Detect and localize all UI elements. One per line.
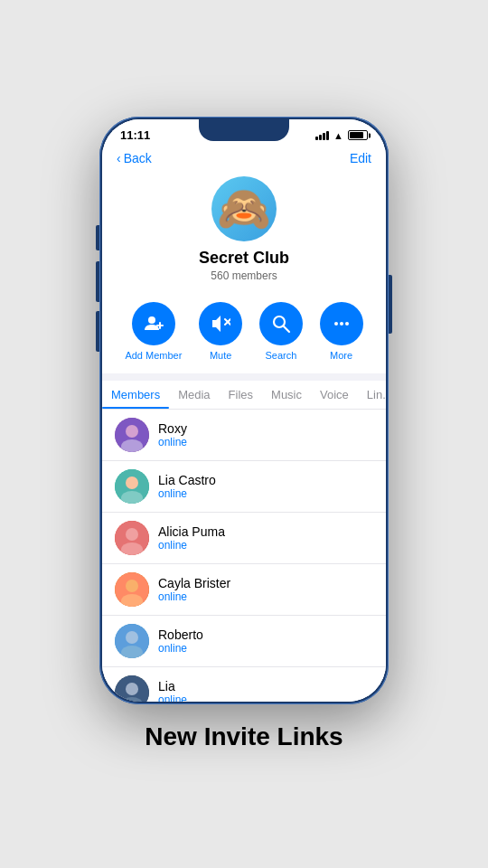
member-info: Roxy online: [158, 421, 187, 448]
member-status: online: [158, 436, 187, 448]
svg-point-23: [126, 631, 138, 644]
tabs-bar: Members Media Files Music Voice Lin...: [102, 381, 386, 410]
mute-label: Mute: [210, 350, 231, 361]
nav-bar: ‹ Back Edit: [102, 146, 386, 169]
action-buttons: Add Member Mute: [102, 293, 386, 373]
member-info: Alicia Puma online: [158, 524, 225, 552]
svg-point-7: [334, 322, 338, 326]
member-status: online: [158, 693, 187, 702]
avatar: [115, 469, 149, 504]
group-info: 🙈 Secret Club 560 members: [102, 169, 386, 293]
add-member-button[interactable]: Add Member: [125, 302, 182, 361]
group-name: Secret Club: [199, 249, 289, 268]
tab-files[interactable]: Files: [220, 381, 262, 409]
page-wrapper: 11:11 ▲ ‹ Ba: [0, 0, 488, 868]
svg-point-17: [126, 528, 138, 541]
member-item[interactable]: Roberto online: [102, 616, 386, 667]
power-button: [389, 275, 392, 334]
member-item[interactable]: Alicia Puma online: [102, 513, 386, 564]
chevron-left-icon: ‹: [117, 151, 121, 165]
search-icon: [271, 314, 291, 334]
phone-screen: 11:11 ▲ ‹ Ba: [102, 119, 386, 702]
member-name: Lia Castro: [158, 473, 216, 487]
member-info: Lia Castro online: [158, 473, 216, 500]
add-member-label: Add Member: [125, 350, 182, 361]
member-status: online: [158, 590, 230, 603]
volume-up-button: [96, 261, 99, 302]
member-item[interactable]: Cayla Brister online: [102, 564, 386, 616]
member-name: Roberto: [158, 627, 203, 642]
svg-point-9: [345, 322, 349, 326]
svg-point-11: [126, 425, 138, 438]
mute-icon-circle: [199, 302, 242, 345]
avatar: [115, 521, 149, 555]
search-button[interactable]: Search: [259, 302, 303, 361]
page-title-bottom: New Invite Links: [145, 722, 343, 751]
avatar: [115, 572, 149, 607]
battery-fill: [350, 132, 363, 138]
edit-button[interactable]: Edit: [350, 151, 371, 165]
wifi-icon: ▲: [333, 130, 343, 141]
member-item[interactable]: Roxy online: [102, 410, 386, 461]
back-label: Back: [124, 151, 152, 165]
avatar: [115, 418, 149, 452]
mute-icon: [211, 314, 230, 334]
member-info: Lia online: [158, 679, 187, 702]
member-status: online: [158, 539, 225, 552]
add-member-icon-circle: [132, 302, 175, 345]
avatar: [115, 675, 149, 702]
member-name: Cayla Brister: [158, 576, 230, 590]
tab-music[interactable]: Music: [262, 381, 311, 409]
svg-point-0: [148, 316, 155, 324]
svg-point-20: [126, 580, 138, 592]
silent-switch: [96, 225, 99, 250]
group-members-count: 560 members: [211, 269, 277, 282]
svg-point-8: [340, 322, 343, 326]
member-name: Lia: [158, 679, 187, 693]
svg-point-14: [126, 476, 138, 489]
member-list: Roxy online Lia Castro online: [102, 410, 386, 702]
add-member-icon: [144, 314, 164, 334]
member-status: online: [158, 642, 203, 655]
signal-icon: [315, 131, 329, 140]
search-label: Search: [265, 350, 296, 361]
group-avatar-emoji: 🙈: [217, 184, 271, 234]
tab-links[interactable]: Lin...: [358, 381, 386, 409]
more-icon-circle: [320, 302, 363, 345]
avatar: [115, 624, 149, 658]
phone-shell: 11:11 ▲ ‹ Ba: [99, 117, 389, 704]
member-name: Roxy: [158, 421, 187, 436]
tab-media[interactable]: Media: [169, 381, 219, 409]
notch: [199, 119, 289, 141]
section-divider: [102, 373, 386, 381]
member-info: Cayla Brister online: [158, 576, 230, 603]
status-icons: ▲: [315, 130, 368, 141]
group-avatar: 🙈: [211, 176, 277, 241]
member-status: online: [158, 487, 216, 500]
more-icon: [332, 314, 352, 334]
volume-down-button: [96, 311, 99, 352]
tab-voice[interactable]: Voice: [311, 381, 358, 409]
member-info: Roberto online: [158, 627, 203, 655]
more-label: More: [330, 350, 352, 361]
member-item[interactable]: Lia Castro online: [102, 461, 386, 513]
tab-members[interactable]: Members: [102, 381, 169, 409]
svg-point-26: [126, 683, 138, 695]
back-button[interactable]: ‹ Back: [117, 151, 152, 165]
member-name: Alicia Puma: [158, 524, 225, 539]
battery-icon: [348, 130, 368, 140]
member-item[interactable]: Lia online: [102, 667, 386, 702]
mute-button[interactable]: Mute: [199, 302, 242, 361]
more-button[interactable]: More: [320, 302, 363, 361]
svg-line-6: [283, 326, 289, 333]
search-icon-circle: [259, 302, 303, 345]
status-time: 11:11: [120, 128, 150, 142]
